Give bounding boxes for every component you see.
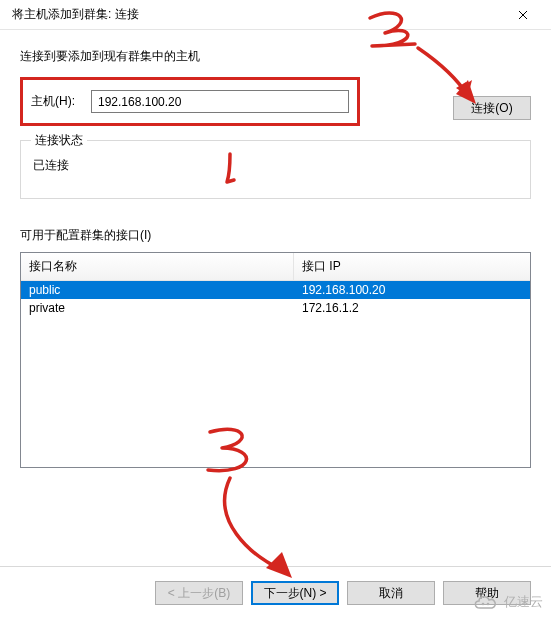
host-row: 主机(H): (20, 77, 360, 126)
interfaces-label: 可用于配置群集的接口(I) (20, 227, 531, 244)
row-ip: 192.168.100.20 (294, 281, 530, 299)
column-name[interactable]: 接口名称 (21, 253, 294, 280)
row-ip: 172.16.1.2 (294, 299, 530, 317)
instruction-text: 连接到要添加到现有群集中的主机 (20, 48, 531, 65)
close-button[interactable] (503, 1, 543, 29)
back-button: < 上一步(B) (155, 581, 243, 605)
connect-button[interactable]: 连接(O) (453, 96, 531, 120)
interfaces-list[interactable]: 接口名称 接口 IP public 192.168.100.20 private… (20, 252, 531, 468)
list-row[interactable]: public 192.168.100.20 (21, 281, 530, 299)
status-text: 已连接 (33, 157, 518, 174)
wizard-footer: < 上一步(B) 下一步(N) > 取消 帮助 (0, 566, 551, 605)
watermark-text: 亿速云 (504, 593, 543, 611)
svg-point-2 (482, 603, 485, 606)
list-row[interactable]: private 172.16.1.2 (21, 299, 530, 317)
svg-point-3 (487, 603, 490, 606)
next-button[interactable]: 下一步(N) > (251, 581, 339, 605)
window-title: 将主机添加到群集: 连接 (12, 6, 139, 23)
cancel-button[interactable]: 取消 (347, 581, 435, 605)
cloud-icon (472, 593, 500, 611)
host-input[interactable] (91, 90, 349, 113)
close-icon (518, 10, 528, 20)
list-body[interactable]: public 192.168.100.20 private 172.16.1.2 (21, 281, 530, 467)
row-name: private (21, 299, 294, 317)
connection-status-group: 连接状态 已连接 (20, 140, 531, 199)
status-legend: 连接状态 (31, 132, 87, 149)
row-name: public (21, 281, 294, 299)
host-label: 主机(H): (31, 93, 81, 110)
list-header[interactable]: 接口名称 接口 IP (21, 253, 530, 281)
column-ip[interactable]: 接口 IP (294, 253, 530, 280)
watermark: 亿速云 (472, 593, 543, 611)
